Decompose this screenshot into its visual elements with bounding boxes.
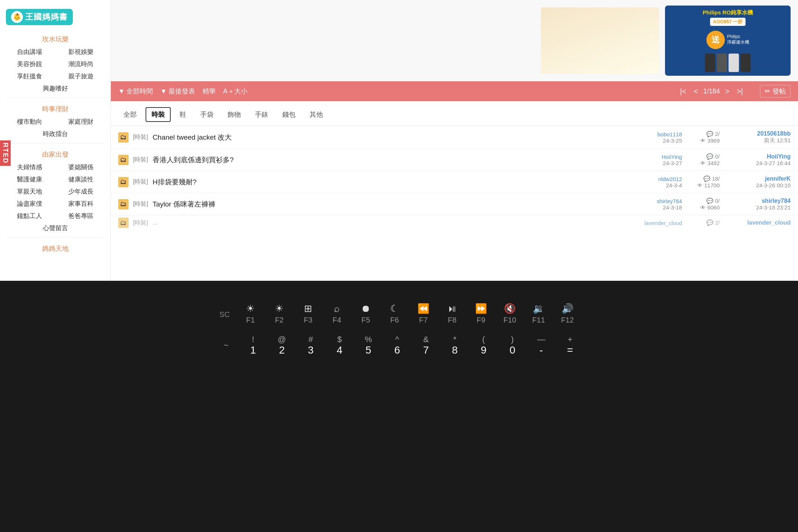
- sidebar-item-travel[interactable]: 親子旅遊: [55, 70, 107, 82]
- sidebar-item-property[interactable]: 樓市動向: [4, 116, 55, 128]
- tab-shoes[interactable]: 鞋: [174, 108, 191, 121]
- sidebar-item-single-parent[interactable]: 單親天地: [4, 185, 55, 198]
- thread-stats: 💬 18/ 👁 11700: [686, 175, 720, 188]
- tab-accessories[interactable]: 飾物: [222, 108, 246, 121]
- table-row-partial: 🗂 [時裝] ... lavender_cloud 💬 2/ lavender_…: [111, 215, 798, 230]
- thread-last: lavender_cloud: [724, 219, 791, 226]
- prev-page-btn[interactable]: <: [692, 86, 700, 96]
- sidebar-item-free[interactable]: 自由講場: [4, 46, 55, 58]
- sidebar-item-voice[interactable]: 心聲留言: [4, 222, 107, 234]
- key-8[interactable]: * 8: [444, 335, 466, 358]
- sidebar-item-food[interactable]: 享飪搵食: [4, 70, 55, 82]
- tab-wallets[interactable]: 錢包: [277, 108, 301, 121]
- key-1[interactable]: ! 1: [242, 335, 264, 358]
- thread-tag: [時裝]: [133, 156, 148, 164]
- table-row: 🗂 [時裝] H排袋要幾耐? nldw2012 24-3-4 💬 18/ 👁 1…: [111, 171, 798, 193]
- last-user[interactable]: 20150618bb: [757, 130, 791, 137]
- thread-tag: [時裝]: [133, 219, 148, 227]
- key-5[interactable]: % 5: [357, 335, 379, 358]
- sidebar-item-housework[interactable]: 家事百科: [55, 198, 107, 210]
- sidebar-item-politics[interactable]: 時政擂台: [4, 128, 107, 140]
- highlight-btn[interactable]: 精華: [202, 87, 216, 96]
- sidebar-item-youth[interactable]: 少年成長: [55, 185, 107, 198]
- key-f2[interactable]: ☀ F2: [268, 303, 290, 326]
- thread-title[interactable]: Chanel tweed jacket 改大: [153, 133, 641, 142]
- thread-meta: bobo1118 24-3-25: [645, 131, 682, 144]
- thread-title[interactable]: ...: [153, 219, 394, 226]
- font-size-btn[interactable]: A＋大小: [223, 87, 248, 96]
- sidebar-item-beauty[interactable]: 美容扮靚: [4, 58, 55, 70]
- sidebar-item-couple[interactable]: 夫婦情感: [4, 161, 55, 173]
- key-f3[interactable]: ⊞ F3: [297, 303, 319, 326]
- thread-date: 24-3-27: [663, 160, 682, 166]
- thread-title[interactable]: Taylor 係咪著左褲褲: [153, 200, 641, 209]
- key-3[interactable]: # 3: [300, 335, 322, 358]
- key-f12[interactable]: 🔊 F12: [556, 303, 579, 326]
- last-page-btn[interactable]: >|: [734, 86, 745, 96]
- tab-all[interactable]: 全部: [118, 108, 142, 121]
- first-page-btn[interactable]: |<: [678, 86, 689, 96]
- key-f1[interactable]: ☀ F1: [239, 303, 262, 326]
- key-f5[interactable]: ⏺ F5: [355, 303, 377, 326]
- sidebar-item-sex[interactable]: 健康談性: [55, 173, 107, 185]
- next-page-btn[interactable]: >: [723, 86, 732, 96]
- thread-author: lavender_cloud: [644, 220, 682, 226]
- time-filter[interactable]: ▼ 全部時間: [118, 87, 153, 96]
- key-6[interactable]: ^ 6: [386, 335, 408, 358]
- thread-stats: 💬 0/ 👁 3492: [686, 153, 720, 166]
- sidebar-item-hobby[interactable]: 興趣嗜好: [4, 82, 107, 95]
- logo-text: 王國媽媽書: [25, 11, 68, 23]
- section3-grid: 夫婦情感 婆媳關係 醫護健康 健康談性 單親天地 少年成長 論盡家僕 家事百科 …: [0, 161, 110, 222]
- key-f8[interactable]: ⏯ F8: [441, 303, 463, 326]
- site-logo[interactable]: 👶 王國媽媽書: [0, 6, 110, 31]
- thread-title[interactable]: H排袋要幾耐?: [153, 177, 641, 187]
- sidebar-item-finance[interactable]: 家庭理財: [55, 116, 107, 128]
- key-0[interactable]: ) 0: [501, 335, 524, 358]
- key-equals[interactable]: + =: [559, 335, 581, 358]
- comment-count: 💬 0/: [706, 198, 720, 204]
- last-user[interactable]: lavender_cloud: [747, 219, 791, 226]
- last-user[interactable]: shirley784: [762, 198, 791, 204]
- banner-product-image: [541, 7, 659, 74]
- key-f6[interactable]: ☾ F6: [383, 303, 406, 326]
- tab-fashion[interactable]: 時裝: [146, 107, 171, 122]
- key-4[interactable]: $ 4: [328, 335, 351, 358]
- comment-count: 💬 2/: [706, 131, 720, 137]
- key-2[interactable]: @ 2: [271, 335, 293, 358]
- sort-filter[interactable]: ▼ 最後發表: [160, 87, 195, 96]
- key-f11[interactable]: 🔉 F11: [528, 303, 550, 326]
- thread-title[interactable]: 香港人到底係邊到買衫多?: [153, 155, 641, 165]
- comment-count: 💬 0/: [706, 153, 720, 160]
- dropdown-arrow2-icon: ▼: [160, 88, 167, 95]
- folder-icon: 🗂: [118, 177, 129, 187]
- last-user[interactable]: jenniferK: [765, 175, 791, 182]
- folder-icon: 🗂: [118, 199, 129, 209]
- key-f4[interactable]: ⌕ F4: [326, 303, 348, 326]
- sidebar-item-health[interactable]: 醫護健康: [4, 173, 55, 185]
- thread-stats: 💬 0/ 👁 6060: [686, 198, 720, 211]
- sidebar-item-inlaw[interactable]: 婆媳關係: [55, 161, 107, 173]
- sidebar-item-video[interactable]: 影視娛樂: [55, 46, 107, 58]
- sidebar-item-parttime[interactable]: 鐘點工人: [4, 210, 55, 222]
- tab-bags[interactable]: 手袋: [195, 108, 219, 121]
- key-f9[interactable]: ⏩ F9: [470, 303, 492, 326]
- thread-tag: [時裝]: [133, 178, 148, 186]
- key-minus[interactable]: — -: [530, 335, 552, 358]
- key-f10[interactable]: 🔇 F10: [499, 303, 521, 326]
- tab-watches[interactable]: 手錶: [250, 108, 273, 121]
- table-row: 🗂 [時裝] 香港人到底係邊到買衫多? HoiiYing 24-3-27 💬 0…: [111, 149, 798, 171]
- logo-icon: 👶: [11, 11, 23, 23]
- banner-ad[interactable]: Philips RO純享水機 AOO857 一折 送 Philips 淨霾濾水機: [665, 6, 791, 76]
- thread-meta: shirley784 24-3-18: [645, 198, 682, 211]
- key-7[interactable]: & 7: [415, 335, 437, 358]
- fn-key-row: SC ☀ F1 ☀ F2 ⊞ F3 ⌕ F4 ⏺ F5 ☾ F6 ⏪ F7: [219, 303, 579, 326]
- key-9[interactable]: ( 9: [473, 335, 495, 358]
- sidebar-item-fashion[interactable]: 潮流時尚: [55, 58, 107, 70]
- post-button[interactable]: ✏ 發帖: [760, 85, 791, 98]
- sidebar-item-helpers[interactable]: 論盡家僕: [4, 198, 55, 210]
- last-user[interactable]: HoiiYing: [767, 153, 791, 160]
- tab-others[interactable]: 其他: [304, 108, 328, 121]
- key-tilde[interactable]: ~: [217, 341, 235, 352]
- sidebar-item-dad[interactable]: 爸爸專區: [55, 210, 107, 222]
- key-f7[interactable]: ⏪ F7: [412, 303, 434, 326]
